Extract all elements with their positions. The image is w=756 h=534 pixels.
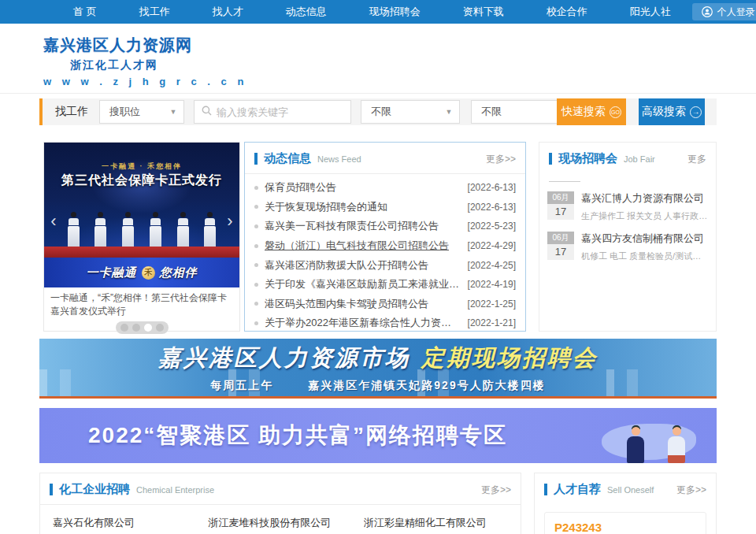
job-fair-company: 嘉兴四方友信制桶有限公司 (581, 232, 708, 246)
search-input[interactable] (217, 102, 335, 122)
top-nav-bar: 首 页找工作找人才动态信息现场招聘会资料下载校企合作阳光人社 个人登录 / 个人… (0, 0, 756, 24)
logo-subtitle: 浙江化工人才网 (43, 58, 185, 72)
nav-item[interactable]: 阳光人社 (609, 0, 692, 24)
advanced-search-button[interactable]: 高级搜索 → (639, 98, 705, 125)
personal-login-button[interactable]: 个人登录 / 个人注册 (692, 3, 756, 20)
news-more-link[interactable]: 更多>> (486, 153, 516, 166)
talent-card[interactable]: P243243 男 | 嘉兴市->嘉兴港区 | 八年以上 (544, 512, 706, 534)
news-item-date: [2022-5-23] (468, 221, 516, 232)
nav-item[interactable]: 资料下载 (442, 0, 525, 24)
chemical-more-link[interactable]: 更多>> (481, 484, 511, 497)
nav-item[interactable]: 找工作 (118, 0, 191, 24)
news-list-item[interactable]: 嘉兴港区消防救援大队公开招聘公告 [2022-4-25] (254, 255, 516, 275)
nav-item[interactable]: 首 页 (52, 0, 118, 24)
talent-header: 人才自荐 Sell Oneself 更多>> (535, 473, 716, 504)
news-feed-panel: 动态信息 News Feed 更多>> 保育员招聘公告 [2022-6-13] … (244, 142, 526, 332)
talent-title: 人才自荐 (554, 482, 601, 497)
slide-topline: 一卡融通 · 禾您相伴 (44, 161, 239, 172)
carousel-dot[interactable] (144, 324, 152, 332)
bullet-icon (254, 186, 258, 190)
quick-search-label: 快速搜索 (561, 105, 606, 119)
news-item-title: 关于印发《嘉兴港区鼓励新员工来港就业补助操作... (265, 277, 460, 291)
chemical-header: 化工企业招聘 Chemical Enterprise 更多>> (40, 473, 521, 505)
banner1-title-white: 嘉兴港区人力资源市场 (158, 345, 410, 370)
carousel-dot[interactable] (132, 324, 140, 332)
news-item-title: 磐动（浙江）电气科技有限公司招聘公告 (265, 239, 460, 253)
news-list-item[interactable]: 磐动（浙江）电气科技有限公司招聘公告 [2022-4-29] (254, 236, 516, 256)
job-fair-positions: 生产操作工 报关文员 人事行政助理... (581, 210, 708, 222)
news-item-date: [2022-1-25] (468, 299, 516, 310)
news-feed-subtitle: News Feed (317, 154, 361, 164)
news-item-title: 关于恢复现场招聘会的通知 (265, 200, 460, 214)
news-item-date: [2022-6-13] (468, 182, 516, 193)
strip-text-left: 一卡融通 (87, 265, 137, 280)
news-list-item[interactable]: 嘉兴美一瓦科技有限责任公司招聘公告 [2022-5-23] (254, 217, 516, 236)
search-scope-label: 找工作 (55, 105, 88, 119)
banner1-title: 嘉兴港区人力资源市场定期现场招聘会 (158, 343, 598, 374)
chemical-company-item[interactable]: 浙江彩皇精细化工有限公司 普工（制造科） 营业担当 (364, 516, 508, 534)
nav-item[interactable]: 找人才 (191, 0, 265, 24)
banner1-schedule: 每周五上午 (210, 379, 273, 393)
banner2-illustration (584, 413, 702, 463)
carousel-next-arrow[interactable]: › (222, 210, 238, 232)
job-market-banner[interactable]: 嘉兴港区人力资源市场定期现场招聘会 每周五上午 嘉兴港区乍浦镇天妃路929号人防… (39, 339, 717, 399)
carousel-dot[interactable] (156, 324, 164, 332)
chemical-company-name: 浙江彩皇精细化工有限公司 (364, 516, 508, 530)
job-fair-positions: 机修工 电工 质量检验员/测试员 叉车... (581, 250, 708, 262)
chemical-company-item[interactable]: 嘉兴石化有限公司 工艺员 设备管理 门卫（残疾工） (53, 516, 197, 534)
carousel-prev-arrow[interactable]: ‹ (46, 210, 61, 232)
job-fair-day: 17 (547, 204, 574, 220)
site-logo[interactable]: 嘉兴港区人力资源网 浙江化工人才网 w w w . z j h g r c . … (43, 35, 185, 87)
talent-card-id: P243243 (554, 521, 696, 534)
job-fair-more-link[interactable]: 更多 (687, 153, 706, 166)
quick-search-button[interactable]: 快速搜索 GO (557, 98, 626, 125)
news-item-date: [2022-4-25] (468, 260, 516, 271)
talent-subtitle: Sell Oneself (607, 485, 654, 495)
carousel-dots-wrap (44, 321, 239, 334)
main-nav: 首 页找工作找人才动态信息现场招聘会资料下载校企合作阳光人社 (0, 0, 692, 24)
nav-item[interactable]: 动态信息 (265, 0, 348, 24)
news-list-item[interactable]: 关于举办2022年港区新春综合性人力资源暨春风... [2022-1-21] (254, 313, 516, 333)
talent-more-link[interactable]: 更多>> (676, 484, 706, 497)
news-list-item[interactable]: 关于恢复现场招聘会的通知 [2022-6-13] (254, 198, 516, 217)
news-item-title: 关于举办2022年港区新春综合性人力资源暨春风... (265, 316, 460, 330)
panel-accent-bar (50, 484, 53, 495)
job-fair-item[interactable]: 06月 17 嘉兴四方友信制桶有限公司 机修工 电工 质量检验员/测试员 叉车.… (539, 224, 716, 264)
carousel-caption[interactable]: 一卡融通，“禾”您相伴！第三代社会保障卡嘉兴首发仪式举行 (44, 287, 239, 319)
nav-item[interactable]: 校企合作 (525, 0, 609, 24)
job-fair-month: 06月 (547, 232, 574, 244)
search-input-wrap (194, 100, 351, 124)
bullet-icon (254, 224, 258, 228)
news-item-title: 港区码头范围内集卡驾驶员招聘公告 (265, 297, 460, 311)
news-list-item[interactable]: 保育员招聘公告 [2022-6-13] (254, 178, 516, 198)
news-feed-header: 动态信息 News Feed 更多>> (245, 143, 525, 174)
search-filter2-value: 不限 (472, 105, 549, 119)
news-item-title: 保育员招聘公告 (265, 180, 460, 195)
banner1-address: 嘉兴港区乍浦镇天妃路929号人防大楼四楼 (308, 379, 545, 393)
job-fair-list: 06月 17 嘉兴汇博人力资源有限公司 生产操作工 报关文员 人事行政助理...… (539, 184, 716, 264)
advanced-search-label: 高级搜索 (642, 105, 686, 119)
news-list-item[interactable]: 关于印发《嘉兴港区鼓励新员工来港就业补助操作... [2022-4-19] (254, 275, 516, 295)
nav-item[interactable]: 现场招聘会 (348, 0, 442, 24)
job-fair-item[interactable]: 06月 17 嘉兴汇博人力资源有限公司 生产操作工 报关文员 人事行政助理... (539, 184, 716, 224)
bullet-icon (254, 302, 258, 306)
job-fair-day: 17 (547, 244, 574, 260)
search-filter2-select[interactable]: 不限 ▼ (471, 100, 570, 124)
chemical-company-item[interactable]: 浙江麦堆科技股份有限公司 销售专员 会计 土建主管 (208, 516, 352, 534)
bullet-icon (254, 244, 258, 248)
news-carousel: 一卡融通 · 禾您相伴 第三代社会保障卡正式发行 一卡融通 禾 您相伴 ‹ › … (43, 142, 240, 332)
search-filter1-value: 不限 (361, 105, 439, 119)
search-filter1-select[interactable]: 不限 ▼ (361, 100, 460, 124)
news-list-item[interactable]: 港区码头范围内集卡驾驶员招聘公告 [2022-1-25] (254, 295, 516, 314)
job-fair-subtitle: Job Fair (624, 154, 655, 164)
search-category-select[interactable]: 搜职位 ▼ (99, 100, 184, 124)
online-recruitment-banner[interactable]: 2022“智聚港区 助力共富”网络招聘专区 (39, 408, 717, 463)
job-fair-company: 嘉兴汇博人力资源有限公司 (581, 191, 708, 206)
bullet-icon (254, 205, 258, 209)
news-item-title: 嘉兴港区消防救援大队公开招聘公告 (265, 258, 460, 273)
slide-title: 第三代社会保障卡正式发行 (44, 172, 239, 189)
divider (549, 181, 580, 182)
carousel-slide[interactable]: 一卡融通 · 禾您相伴 第三代社会保障卡正式发行 一卡融通 禾 您相伴 ‹ › (44, 143, 239, 287)
talent-panel: 人才自荐 Sell Oneself 更多>> P243243 男 | 嘉兴市->… (534, 473, 717, 534)
carousel-dot[interactable] (120, 324, 128, 332)
